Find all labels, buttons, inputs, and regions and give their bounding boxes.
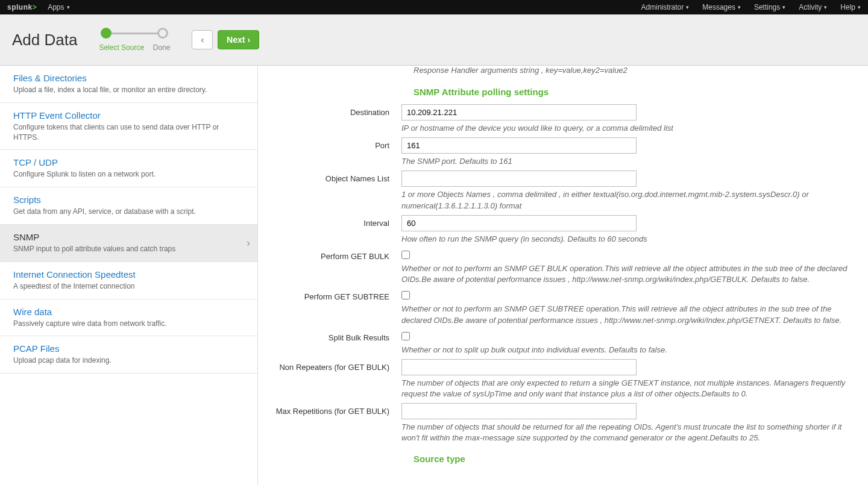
- sidebar-item-title: Files & Directories: [13, 73, 244, 83]
- sidebar-item-pcap[interactable]: PCAP Files Upload pcap data for indexing…: [0, 336, 257, 374]
- sidebar-item-desc: Upload pcap data for indexing.: [13, 355, 244, 366]
- subheader: Add Data Select Source Done ‹ Next›: [0, 14, 868, 66]
- nonrepeaters-label: Non Repeaters (for GET BULK): [272, 359, 401, 372]
- section-snmp-polling: SNMP Attribute polling settings: [414, 87, 854, 97]
- port-help: The SNMP port. Defaults to 161: [401, 156, 854, 167]
- sidebar: Files & Directories Upload a file, index…: [0, 66, 258, 485]
- sidebar-item-desc: A speedtest of the Internet connection: [13, 281, 244, 292]
- help-menu[interactable]: Help▾: [840, 3, 861, 11]
- sidebar-item-title: HTTP Event Collector: [13, 110, 244, 120]
- activity-menu[interactable]: Activity▾: [799, 3, 827, 11]
- port-label: Port: [272, 137, 401, 150]
- sidebar-item-desc: Passively capture wire data from network…: [13, 319, 244, 329]
- settings-menu[interactable]: Settings▾: [754, 3, 785, 11]
- getbulk-label: Perform GET BULK: [272, 248, 401, 261]
- nonrepeaters-input[interactable]: [401, 359, 637, 375]
- sidebar-item-tcpudp[interactable]: TCP / UDP Configure Splunk to listen on …: [0, 150, 257, 187]
- chevron-down-icon: ▾: [782, 4, 785, 10]
- getbulk-help: Whether or not to perform an SNMP GET BU…: [401, 263, 854, 285]
- object-names-input[interactable]: [401, 171, 637, 187]
- port-input[interactable]: [401, 137, 637, 154]
- maxrep-label: Max Repetitions (for GET BULK): [272, 403, 401, 416]
- wizard-step-2: [157, 28, 168, 39]
- interval-label: Interval: [272, 215, 401, 228]
- getbulk-checkbox[interactable]: [401, 251, 410, 259]
- wizard-label-1: Select Source: [99, 43, 144, 52]
- interval-help: How often to run the SNMP query (in seco…: [401, 234, 854, 245]
- sidebar-item-title: Internet Connection Speedtest: [13, 269, 244, 280]
- wizard-line: [112, 33, 157, 34]
- apps-menu[interactable]: Apps▾: [48, 3, 69, 11]
- wizard-step-1: [101, 28, 112, 39]
- sidebar-item-title: Scripts: [13, 195, 244, 205]
- split-help: Whether or not to split up bulk output i…: [401, 345, 854, 355]
- getsubtree-label: Perform GET SUBTREE: [272, 289, 401, 301]
- logo[interactable]: splunk>: [7, 3, 37, 11]
- split-checkbox[interactable]: [401, 332, 410, 340]
- page-title: Add Data: [12, 31, 77, 49]
- interval-input[interactable]: [401, 215, 637, 231]
- getsubtree-checkbox[interactable]: [401, 291, 410, 299]
- sidebar-item-http[interactable]: HTTP Event Collector Configure tokens th…: [0, 103, 257, 151]
- sidebar-item-snmp[interactable]: SNMP SNMP input to poll attribute values…: [0, 225, 257, 262]
- wizard: Select Source Done: [99, 28, 170, 52]
- split-label: Split Bulk Results: [272, 330, 401, 342]
- section-source-type: Source type: [414, 454, 854, 464]
- sidebar-item-desc: Configure Splunk to listen on a network …: [13, 169, 244, 180]
- sidebar-item-desc: Get data from any API, service, or datab…: [13, 207, 244, 217]
- sidebar-item-desc: Upload a file, index a local file, or mo…: [13, 85, 244, 95]
- chevron-right-icon: ›: [247, 237, 250, 249]
- chevron-down-icon: ▾: [738, 4, 741, 10]
- sidebar-item-title: SNMP: [13, 232, 244, 242]
- chevron-down-icon: ▾: [67, 4, 70, 10]
- maxrep-help: The number of objects that should be ret…: [401, 422, 854, 443]
- chevron-right-icon: ›: [247, 35, 250, 45]
- chevron-left-icon: ‹: [201, 35, 204, 45]
- destination-help: IP or hostname of the device you would l…: [401, 123, 854, 134]
- next-button[interactable]: Next›: [218, 30, 259, 49]
- sidebar-item-desc: SNMP input to poll attribute values and …: [13, 244, 244, 254]
- sidebar-item-files[interactable]: Files & Directories Upload a file, index…: [0, 66, 257, 103]
- sidebar-item-desc: Configure tokens that clients can use to…: [13, 122, 244, 143]
- maxrep-input[interactable]: [401, 403, 637, 419]
- back-button[interactable]: ‹: [192, 30, 213, 49]
- chevron-down-icon: ▾: [858, 4, 861, 10]
- sidebar-item-title: TCP / UDP: [13, 157, 244, 167]
- sidebar-item-wiredata[interactable]: Wire data Passively capture wire data fr…: [0, 299, 257, 337]
- getsubtree-help: Whether or not to perform an SNMP GET SU…: [401, 304, 854, 325]
- destination-label: Destination: [272, 104, 401, 117]
- response-handler-help: Response Handler arguments string , key=…: [414, 66, 854, 75]
- object-names-label: Object Names List: [272, 171, 401, 183]
- chevron-down-icon: ▾: [824, 4, 827, 10]
- nonrepeaters-help: The number of objects that are only expe…: [401, 378, 854, 399]
- topbar: splunk> Apps▾ Administrator▾ Messages▾ S…: [0, 0, 868, 14]
- content: Response Handler arguments string , key=…: [258, 66, 868, 485]
- sidebar-item-scripts[interactable]: Scripts Get data from any API, service, …: [0, 187, 257, 225]
- wizard-label-2: Done: [153, 43, 171, 52]
- sidebar-item-speedtest[interactable]: Internet Connection Speedtest A speedtes…: [0, 262, 257, 299]
- object-names-help: 1 or more Objects Names , comma delimite…: [401, 189, 854, 211]
- sidebar-item-title: Wire data: [13, 307, 244, 317]
- destination-input[interactable]: [401, 104, 637, 120]
- sidebar-item-title: PCAP Files: [13, 343, 244, 354]
- administrator-menu[interactable]: Administrator▾: [641, 3, 690, 11]
- chevron-down-icon: ▾: [686, 4, 689, 10]
- messages-menu[interactable]: Messages▾: [702, 3, 741, 11]
